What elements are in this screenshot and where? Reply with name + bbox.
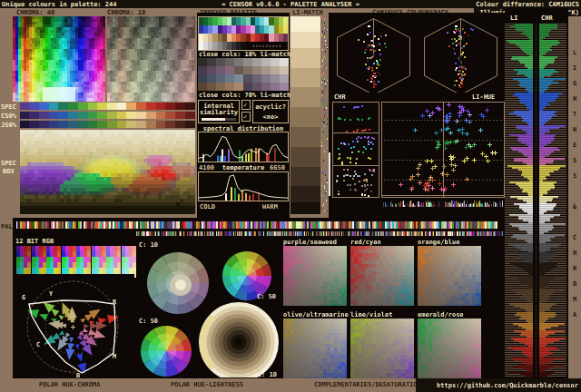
li-hue-scatter: [381, 102, 505, 198]
chr-panel-label: CHR: [334, 93, 346, 101]
palette-swatch: [283, 17, 288, 25]
close-col-swatch: [280, 58, 289, 66]
comp-label-4: lime/violet: [350, 311, 392, 318]
li-match-speckle-strip: [321, 16, 329, 214]
cs0-strip-label: CS0%: [1, 113, 16, 120]
close-col-swatch: [207, 66, 216, 74]
close-col-swatch: [252, 58, 261, 66]
unique-colours-count: Unique colours in palette: 244: [2, 1, 116, 8]
polar-letter-b: B: [76, 372, 80, 379]
close-col-swatch: [261, 66, 271, 74]
li-hist-label: LI: [510, 15, 517, 22]
spec-box-label-2: BOX: [3, 168, 15, 175]
internal-similarity-line2: similarity: [199, 109, 239, 116]
polar-hue-lightness-plot: [138, 240, 281, 377]
histogram-side-label: LIGHTNESS & CHROMA: [571, 49, 578, 327]
close-col-swatch: [261, 74, 271, 83]
comp-label-3: olive/ultramarine: [283, 311, 349, 318]
spec-box-map: [20, 130, 195, 214]
close-col-swatch: [243, 66, 252, 74]
similarity-progress-track: [202, 118, 236, 121]
li-match-gradient: [290, 16, 320, 214]
acyclic-value: <no>: [253, 113, 288, 121]
close-col-swatch: [207, 58, 216, 66]
colourspace-cubes: [330, 16, 503, 93]
close-col-swatch: [216, 66, 225, 74]
indexed-palette-grid: ·········: [199, 17, 288, 50]
github-url-link[interactable]: https://github.com/Quickmarble/censor: [437, 382, 578, 389]
comp-tile-emerald-rose: [418, 318, 481, 378]
close-col-swatch: [225, 66, 234, 74]
chroma40-header: CHROMA: 40: [16, 9, 54, 16]
polar-letter-c: C: [36, 341, 40, 348]
close-col-swatch: [261, 83, 271, 91]
app-title: = CENSOR v0.6.0 - PALETTE ANALYSER =: [222, 1, 359, 8]
polar-hue-chroma-caption: POLAR HUE-CHROMA: [39, 381, 100, 388]
js0-strip: [20, 121, 195, 128]
cs0-strip: [20, 112, 195, 119]
close-col-swatch: [243, 83, 252, 91]
close-col-swatch: [234, 66, 243, 74]
chroma10-map: [107, 16, 195, 102]
comp-label-1: red/cyan: [350, 239, 381, 246]
comp-tile-lime-violet: [350, 318, 414, 378]
close-col-swatch: [216, 58, 225, 66]
close-col-swatch: [198, 83, 207, 91]
close-col-swatch: [261, 58, 271, 66]
chr-hist-label: CHR: [541, 15, 553, 22]
warm-label: WARM: [262, 203, 278, 211]
close-col-swatch: [198, 74, 207, 83]
li-hue-panel-label: LI-HUE: [472, 93, 495, 101]
close-col-swatch: [252, 66, 261, 74]
close-col-swatch: [207, 83, 216, 91]
polar-letter-g: G: [22, 294, 25, 301]
comp-label-0: purple/seaweed: [283, 239, 337, 246]
internal-similarity-box: internal similarity: [198, 100, 240, 123]
chroma10-header: CHROMA: 10: [107, 9, 145, 16]
comp-tile-orange-blue: [418, 246, 481, 306]
close-col-swatch: [243, 74, 252, 83]
close-col-swatch: [225, 74, 234, 83]
temperature-chart: [199, 172, 288, 201]
close-col-swatch: [280, 74, 289, 83]
close-col-swatch: [271, 83, 280, 91]
polar-hue-lightness-caption: POLAR HUE-LIGHTNESS: [171, 381, 243, 388]
palette-swatch: [283, 25, 288, 34]
polar-letter-r: R: [113, 299, 116, 306]
comp-tile-olive-ultramarine: [283, 318, 347, 378]
spectral-max: 6650: [270, 164, 285, 172]
circle-label-c10a: C: 10: [139, 241, 158, 249]
comp-tile-purple-seaweed: [283, 246, 347, 306]
close-col-swatch: [234, 58, 243, 66]
palette-strip-2: [136, 231, 503, 236]
polar-letter-y: Y: [49, 290, 53, 298]
complementaries-caption: COMPLEMENTARIES/DESATURATION: [314, 381, 421, 388]
close-col-swatch: [198, 66, 207, 74]
acyclic-checkmark-icon: ✓: [243, 113, 247, 121]
polar-hue-chroma-plot: [13, 274, 134, 377]
circle-label-c50b: C: 50: [139, 318, 158, 325]
circle-label-c10b: C: 10: [258, 371, 277, 378]
close-col-swatch: [216, 74, 225, 83]
palette-dots: ·········: [246, 42, 288, 50]
acyclic-checkbox[interactable]: ✓: [241, 112, 251, 122]
similarity-checkbox[interactable]: ✓: [241, 100, 251, 110]
close-col-swatch: [225, 58, 234, 66]
close-col-swatch: [271, 66, 280, 74]
comp-label-2: orange/blue: [418, 239, 459, 246]
comp-label-5: emerald/rose: [418, 311, 464, 318]
spec-strip-label: SPEC: [1, 103, 16, 111]
circle-label-c50a: C: 50: [257, 293, 276, 300]
chr-axis-marker: [329, 152, 330, 196]
close-col-swatch: [225, 83, 234, 91]
comp-tile-red-cyan: [350, 246, 414, 306]
lightness-chroma-histograms: [505, 24, 568, 377]
indexed-palette-box: ·········: [198, 16, 289, 51]
colour-difference-label: Colour difference: CAM16UCS: [476, 1, 579, 8]
close-cols-10-label: close cols: 10% li-match: [199, 51, 290, 58]
close-col-swatch: [234, 83, 243, 91]
similarity-checkmark-icon: ✓: [243, 102, 247, 109]
close-cols-grid: [198, 58, 289, 91]
similarity-progress-fill: [202, 118, 225, 121]
close-col-swatch: [243, 58, 252, 66]
